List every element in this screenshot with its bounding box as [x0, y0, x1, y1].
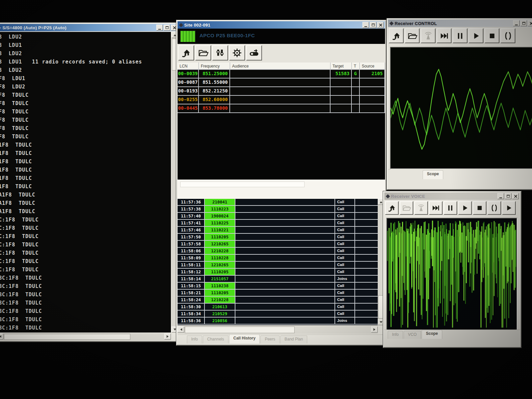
play-button[interactable] — [468, 28, 483, 43]
channel-row[interactable]: 00-0193852.21250 — [178, 87, 385, 96]
terminal-titlebar[interactable]: -- S/S=4800 (Auto) P=P25 (Auto) — [0, 24, 179, 31]
call-time: 11:58:34 — [178, 311, 205, 317]
close-button[interactable] — [512, 193, 519, 199]
terminal-line: BC:1F8 TDULC — [0, 300, 171, 308]
terminal-hscrollbar[interactable] — [0, 333, 171, 340]
channel-cell — [352, 78, 360, 86]
arrow-right-icon — [167, 335, 170, 338]
call-action: Call — [335, 227, 355, 233]
site-titlebar[interactable]: Site 002-091 — [178, 21, 385, 29]
site-button[interactable] — [389, 28, 404, 43]
call-row[interactable]: 11:58:142151057Joins — [178, 276, 378, 283]
channel-cell: 00-0193 — [178, 87, 199, 95]
loop-button[interactable] — [500, 28, 515, 43]
close-button[interactable] — [528, 20, 532, 26]
control-sliders-button[interactable] — [212, 45, 228, 61]
call-extra — [355, 206, 378, 212]
receiver-voice-titlebar[interactable]: Receiver VOICE — [384, 193, 520, 200]
channel-row[interactable]: 00-0039851.2500051583G2105 — [178, 70, 385, 78]
loop-button[interactable] — [487, 201, 501, 215]
call-row[interactable]: 11:58:34210529Call — [178, 311, 378, 318]
play-button[interactable] — [502, 201, 516, 215]
call-time: 11:58:15 — [178, 283, 205, 289]
open-folder-button[interactable] — [195, 45, 211, 61]
call-row[interactable]: 11:57:461110221Call — [178, 227, 378, 234]
channel-row[interactable]: 00-0087851.55000 — [178, 78, 385, 87]
minimize-button[interactable] — [156, 25, 163, 31]
maximize-button[interactable] — [164, 25, 170, 31]
voice-tab-scope[interactable]: Scope — [422, 330, 442, 339]
call-audience — [235, 255, 335, 261]
channel-row[interactable]: 00-0255852.60000 — [178, 96, 385, 104]
site-tab-info[interactable]: Info — [187, 335, 202, 343]
wheel-button[interactable] — [229, 45, 245, 61]
call-extra — [355, 234, 378, 240]
call-row[interactable]: 11:57:36210041Call — [178, 199, 378, 206]
call-row[interactable]: 11:58:241210228Call — [178, 297, 378, 304]
maximize-button[interactable] — [520, 20, 527, 26]
voice-tab-vco[interactable]: VCO — [404, 331, 421, 339]
recorder-button[interactable] — [246, 45, 262, 61]
minimize-button[interactable] — [362, 22, 369, 28]
stop-button[interactable] — [473, 201, 486, 215]
call-row[interactable]: 11:58:211110205Call — [178, 290, 378, 297]
call-row[interactable]: 11:57:581210265Call — [178, 241, 378, 248]
call-audience — [235, 227, 335, 233]
call-row[interactable]: 11:58:30210613Call — [178, 304, 378, 311]
pause-button[interactable] — [453, 28, 467, 43]
play-button[interactable] — [458, 201, 472, 215]
call-row[interactable]: 11:58:121110205Call — [178, 269, 378, 276]
skip-next-button[interactable] — [429, 201, 443, 215]
site-tab-channels[interactable]: Channels — [203, 335, 228, 343]
loop-icon — [503, 31, 513, 41]
close-button[interactable] — [377, 22, 384, 28]
scroll-left-button[interactable] — [178, 327, 184, 332]
skip-next-button[interactable] — [437, 28, 452, 43]
pause-button[interactable] — [444, 201, 457, 215]
call-row[interactable]: 11:58:151110238Call — [178, 283, 378, 290]
scroll-thumb[interactable] — [185, 327, 295, 333]
channel-table-empty-area — [178, 113, 385, 180]
call-row[interactable]: 11:58:111210265Call — [178, 262, 378, 269]
call-action: Call — [335, 283, 355, 289]
pause-icon — [446, 203, 455, 212]
channel-cell: 852.21250 — [199, 87, 230, 95]
call-row[interactable]: 11:57:381110223Call — [178, 206, 378, 213]
minimize-button[interactable] — [497, 193, 504, 199]
call-row[interactable]: 11:57:401900024Call — [178, 213, 378, 220]
signal-meter — [180, 31, 196, 42]
site-tab-band-plan[interactable]: Band Plan — [280, 335, 307, 343]
minimize-button[interactable] — [513, 20, 520, 26]
call-row[interactable]: 11:58:091110228Call — [178, 255, 378, 262]
control-scope-display — [390, 47, 532, 169]
scroll-right-button[interactable] — [371, 327, 378, 332]
scroll-left-button[interactable] — [0, 333, 3, 339]
open-folder-button[interactable] — [405, 28, 420, 43]
call-history-hscrollbar[interactable] — [180, 182, 305, 187]
channel-cell: 853.78000 — [199, 104, 230, 112]
site-tab-peers[interactable]: Peers — [260, 335, 279, 343]
receiver-control-toolbar — [389, 28, 516, 43]
receiver-control-titlebar[interactable]: Receiver CONTROL — [388, 20, 532, 27]
stop-button[interactable] — [484, 28, 499, 43]
scroll-right-button[interactable] — [164, 333, 171, 339]
terminal-line: C:1F8 TDULC — [0, 258, 171, 267]
terminal-line: 1F8 TDULC — [0, 175, 171, 184]
channel-row[interactable]: 00-0445853.78000 — [178, 104, 385, 113]
site-tab-call-history[interactable]: Call History — [229, 334, 260, 343]
site-button[interactable] — [385, 201, 399, 215]
site-button[interactable] — [178, 45, 194, 61]
call-row[interactable]: 11:58:061210228Call — [178, 248, 378, 255]
call-audience — [235, 213, 335, 219]
site-hscrollbar[interactable] — [178, 326, 378, 334]
maximize-button[interactable] — [505, 193, 511, 199]
maximize-button[interactable] — [370, 22, 376, 28]
scroll-thumb[interactable] — [4, 334, 130, 340]
terminal-line: 1F8 TDULC — [0, 159, 171, 167]
call-id: 1210228 — [205, 248, 235, 254]
call-row[interactable]: 11:57:501110205Call — [178, 234, 378, 241]
call-row[interactable]: 11:58:36210856Joins — [178, 318, 378, 325]
control-tab-scope[interactable]: Scope — [423, 170, 443, 179]
voice-tab-info[interactable]: Info — [388, 331, 403, 339]
call-row[interactable]: 11:57:411110225Call — [178, 220, 378, 227]
